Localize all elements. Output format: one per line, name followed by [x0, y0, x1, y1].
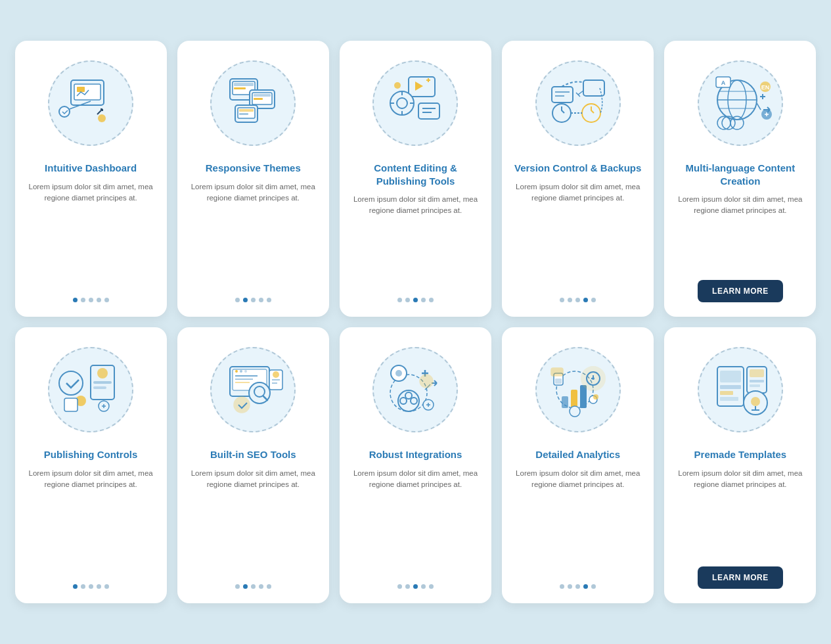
card-content-editing: Content Editing & Publishing Tools Lorem… [340, 41, 491, 317]
svg-point-66 [234, 397, 250, 413]
svg-rect-12 [254, 94, 271, 97]
dot-0[interactable] [235, 298, 240, 302]
card-illustration: A EN [691, 54, 790, 152]
dot-4[interactable] [267, 584, 271, 589]
dot-0[interactable] [235, 584, 240, 589]
svg-point-51 [59, 371, 83, 395]
icon-area [217, 354, 289, 426]
card-illustration [529, 54, 627, 152]
card-version-control: Version Control & Backups Lorem ipsum do… [502, 41, 654, 317]
dot-0[interactable] [560, 584, 564, 589]
svg-rect-17 [239, 113, 248, 115]
learn-more-button[interactable]: LEARN MORE [698, 280, 783, 302]
icon-area [217, 67, 289, 139]
card-responsive-themes: Responsive Themes Lorem ipsum dolor sit … [177, 41, 329, 317]
pagination-dots [397, 584, 434, 589]
svg-point-76 [420, 375, 433, 388]
icon-area [379, 67, 451, 139]
svg-point-90 [570, 406, 580, 417]
dot-2[interactable] [89, 584, 93, 589]
icon-area [379, 354, 451, 426]
svg-rect-94 [720, 371, 741, 382]
dot-3[interactable] [97, 584, 101, 589]
card-intuitive-dashboard: Intuitive Dashboard Lorem ipsum dolor si… [15, 41, 167, 317]
svg-rect-89 [551, 368, 563, 376]
svg-point-103 [751, 397, 760, 406]
card-body: Lorem ipsum dolor sit dim amet, mea regi… [27, 181, 155, 289]
svg-point-86 [592, 377, 595, 380]
dot-1[interactable] [568, 584, 572, 589]
pagination-dots [235, 584, 271, 589]
card-illustration [529, 340, 627, 439]
dot-1[interactable] [243, 298, 248, 302]
pagination-dots [560, 298, 596, 302]
svg-rect-13 [254, 98, 263, 100]
pagination-dots [73, 584, 109, 589]
card-title: Premade Templates [694, 448, 787, 461]
svg-rect-100 [750, 380, 764, 382]
icon-area: A EN [704, 67, 776, 139]
dot-2[interactable] [89, 298, 93, 302]
svg-rect-16 [239, 109, 254, 112]
dot-2[interactable] [575, 584, 580, 589]
dot-0[interactable] [560, 298, 564, 302]
svg-rect-31 [583, 80, 604, 96]
dot-1[interactable] [81, 298, 85, 302]
card-body: Lorem ipsum dolor sit dim amet, mea regi… [514, 181, 642, 289]
dot-0[interactable] [73, 298, 78, 302]
dot-4[interactable] [104, 298, 109, 302]
card-publishing-controls: Publishing Controls Lorem ipsum dolor si… [15, 327, 167, 603]
svg-point-58 [240, 370, 242, 373]
dot-3[interactable] [97, 298, 101, 302]
card-title: Robust Integrations [369, 448, 462, 461]
dot-2[interactable] [413, 584, 418, 589]
dot-0[interactable] [73, 584, 78, 589]
dot-3[interactable] [421, 584, 426, 589]
card-grid: Intuitive Dashboard Lorem ipsum dolor si… [15, 41, 817, 603]
icon-area [542, 354, 614, 426]
svg-rect-9 [234, 87, 246, 89]
dot-3[interactable] [259, 584, 263, 589]
dot-2[interactable] [251, 584, 256, 589]
card-title: Version Control & Backups [514, 162, 641, 175]
dot-4[interactable] [104, 584, 109, 589]
dot-1[interactable] [405, 584, 410, 589]
dot-2[interactable] [413, 298, 418, 302]
dot-0[interactable] [397, 584, 402, 589]
dot-3[interactable] [583, 584, 588, 589]
dot-3[interactable] [583, 298, 588, 302]
card-illustration [691, 340, 790, 439]
card-illustration [204, 54, 302, 152]
card-robust-integrations: Robust Integrations Lorem ipsum dolor si… [340, 327, 491, 603]
svg-rect-81 [562, 396, 568, 408]
dot-4[interactable] [429, 298, 434, 302]
dot-1[interactable] [81, 584, 85, 589]
dot-2[interactable] [575, 298, 580, 302]
svg-point-5 [98, 114, 106, 122]
dot-4[interactable] [429, 584, 434, 589]
card-body: Lorem ipsum dolor sit dim amet, mea regi… [514, 468, 642, 576]
svg-text:EN: EN [761, 84, 770, 91]
dot-1[interactable] [243, 584, 248, 589]
learn-more-button[interactable]: LEARN MORE [698, 566, 783, 589]
svg-point-68 [273, 371, 279, 378]
svg-rect-95 [720, 385, 741, 389]
dot-3[interactable] [421, 298, 426, 302]
dot-1[interactable] [568, 298, 572, 302]
dot-4[interactable] [591, 298, 596, 302]
dot-4[interactable] [591, 584, 596, 589]
svg-rect-30 [552, 87, 573, 103]
pagination-dots [397, 298, 434, 302]
dot-3[interactable] [259, 298, 263, 302]
card-title: Publishing Controls [44, 448, 138, 461]
dot-2[interactable] [251, 298, 256, 302]
dot-1[interactable] [405, 298, 410, 302]
card-illustration [204, 340, 302, 439]
dot-4[interactable] [267, 298, 271, 302]
card-title: Responsive Themes [206, 162, 301, 175]
icon-area [55, 67, 127, 139]
svg-point-29 [394, 82, 401, 89]
svg-rect-101 [750, 384, 760, 387]
card-body: Lorem ipsum dolor sit dim amet, mea regi… [189, 468, 317, 576]
dot-0[interactable] [397, 298, 402, 302]
